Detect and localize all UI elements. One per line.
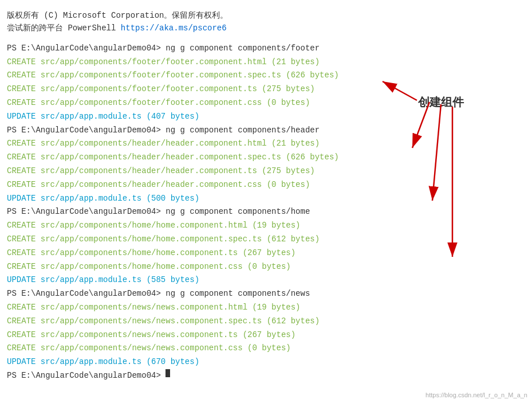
copyright-line: 版权所有 (C) Microsoft Corporation。保留所有权利。 xyxy=(7,9,525,22)
terminal-window: 版权所有 (C) Microsoft Corporation。保留所有权利。 尝… xyxy=(0,0,532,403)
prompt-footer: PS E:\AngularCode\angularDemo04> ng g co… xyxy=(7,42,525,56)
create-footer-spec: CREATE src/app/components/footer/footer.… xyxy=(7,69,525,83)
update-header-module: UPDATE src/app/app.module.ts (500 bytes) xyxy=(7,192,525,206)
create-footer-html: CREATE src/app/components/footer/footer.… xyxy=(7,56,525,69)
create-header-css: CREATE src/app/components/header/header.… xyxy=(7,178,525,192)
create-news-spec: CREATE src/app/components/news/news.comp… xyxy=(7,315,525,328)
update-home-module: UPDATE src/app/app.module.ts (585 bytes) xyxy=(7,273,525,287)
try-line: 尝试新的跨平台 PowerShell https://aka.ms/pscore… xyxy=(7,22,525,34)
prompt-header: PS E:\AngularCode\angularDemo04> ng g co… xyxy=(7,124,525,138)
create-home-ts: CREATE src/app/components/home/home.comp… xyxy=(7,247,525,260)
cursor-blink xyxy=(165,369,170,377)
create-footer-css: CREATE src/app/components/footer/footer.… xyxy=(7,96,525,110)
create-news-html: CREATE src/app/components/news/news.comp… xyxy=(7,301,525,315)
header-info: 版权所有 (C) Microsoft Corporation。保留所有权利。 尝… xyxy=(7,9,525,35)
final-prompt: PS E:\AngularCode\angularDemo04> xyxy=(7,369,525,383)
watermark: https://blog.csdn.net/l_r_o_n_M_a_n xyxy=(425,392,527,398)
prompt-home: PS E:\AngularCode\angularDemo04> ng g co… xyxy=(7,205,525,219)
create-header-ts: CREATE src/app/components/header/header.… xyxy=(7,165,525,178)
create-footer-ts: CREATE src/app/components/footer/footer.… xyxy=(7,83,525,96)
create-home-html: CREATE src/app/components/home/home.comp… xyxy=(7,219,525,233)
create-home-spec: CREATE src/app/components/home/home.comp… xyxy=(7,233,525,247)
update-news-module: UPDATE src/app/app.module.ts (670 bytes) xyxy=(7,355,525,369)
create-news-ts: CREATE src/app/components/news/news.comp… xyxy=(7,328,525,342)
pscore-link[interactable]: https://aka.ms/pscore6 xyxy=(121,24,227,33)
create-news-css: CREATE src/app/components/news/news.comp… xyxy=(7,342,525,355)
terminal-output: PS E:\AngularCode\angularDemo04> ng g co… xyxy=(7,42,525,383)
create-header-html: CREATE src/app/components/header/header.… xyxy=(7,137,525,151)
prompt-news: PS E:\AngularCode\angularDemo04> ng g co… xyxy=(7,287,525,301)
create-home-css: CREATE src/app/components/home/home.comp… xyxy=(7,260,525,274)
create-header-spec: CREATE src/app/components/header/header.… xyxy=(7,151,525,165)
update-footer-module: UPDATE src/app/app.module.ts (407 bytes) xyxy=(7,110,525,124)
